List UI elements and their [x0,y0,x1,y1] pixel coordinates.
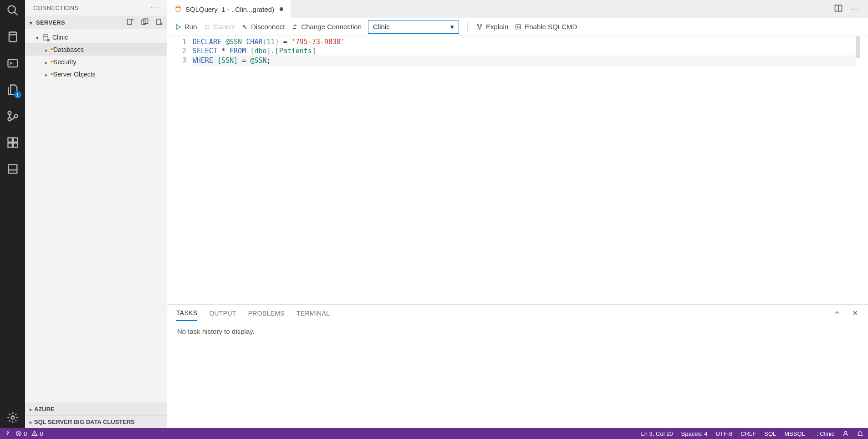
bigdata-section-header[interactable]: SQL SERVER BIG DATA CLUSTERS [25,415,167,428]
azure-section-header[interactable]: AZURE [25,403,167,415]
svg-rect-10 [8,143,12,147]
svg-point-14 [11,416,14,419]
status-cursor-position[interactable]: Ln 3, Col 20 [641,430,673,437]
minimap[interactable] [856,36,860,58]
feedback-icon[interactable] [842,430,849,437]
chevron-down-icon [36,34,39,41]
settings-gear-icon[interactable] [6,411,20,424]
change-connection-label: Change Connection [301,23,362,31]
svg-marker-25 [176,24,180,29]
disconnect-button[interactable]: Disconnect [241,23,285,31]
change-connection-button[interactable]: Change Connection [291,23,362,31]
unsaved-dot-icon [280,7,283,11]
panel-tab-output[interactable]: OUTPUT [209,306,236,321]
sql-editor[interactable]: 1 2 3 DECLARE @SSN CHAR(11) = '795-73-98… [167,36,868,304]
server-icon [41,33,50,41]
svg-rect-18 [157,19,161,25]
code-line[interactable]: WHERE [SSN] = @SSN; [193,56,856,66]
connections-panel: CONNECTIONS ··· SERVERS Clinic [25,0,167,428]
explain-button[interactable]: Explain [476,23,508,31]
svg-line-1 [14,12,17,15]
bottom-panel: TASKS OUTPUT PROBLEMS TERMINAL No task h… [167,304,868,428]
svg-point-29 [479,28,480,29]
chevron-right-icon [45,71,48,78]
svg-point-6 [8,118,11,121]
enable-sqlcmd-label: Enable SQLCMD [525,23,577,31]
panel-more-icon[interactable]: ··· [150,4,159,12]
svg-rect-8 [8,138,12,142]
run-button[interactable]: Run [174,23,197,31]
status-indentation[interactable]: Spaces: 4 [681,430,708,437]
svg-rect-11 [13,143,17,147]
status-provider[interactable]: MSSQL [784,430,805,437]
split-editor-icon[interactable] [834,4,843,15]
status-connection[interactable]: . : Clinic [813,430,834,437]
explorer-icon[interactable]: 1 [6,83,20,97]
svg-rect-15 [128,19,132,25]
extensions-icon[interactable] [6,136,20,149]
explain-icon [476,23,483,31]
panel-tab-tasks[interactable]: TASKS [176,306,197,321]
status-eol[interactable]: CRLF [740,430,756,437]
code-lines[interactable]: DECLARE @SSN CHAR(11) = '795-73-9838' SE… [193,36,856,304]
editor-more-icon[interactable]: ··· [851,5,860,13]
notebook-icon[interactable] [6,30,20,44]
chevron-right-icon [45,58,48,66]
svg-rect-26 [205,25,209,29]
tree-item-label: Databases [53,46,84,53]
svg-point-0 [8,6,15,13]
bigdata-section-title: SQL SERVER BIG DATA CLUSTERS [34,419,135,425]
new-connection-icon[interactable] [126,18,134,27]
server-label: Clinic [52,34,68,41]
panel-title: CONNECTIONS [33,5,150,11]
azure-section-title: AZURE [34,406,55,413]
panel-icon[interactable] [6,162,20,176]
notifications-icon[interactable] [857,430,863,437]
status-warnings[interactable]: 0 [31,430,43,437]
servers-section-header[interactable]: SERVERS [25,15,167,29]
explorer-badge: 1 [14,91,21,98]
disconnect-label: Disconnect [251,23,285,31]
code-line[interactable]: SELECT * FROM [dbo].[Patients] [193,46,856,56]
line-number: 2 [167,46,186,56]
editor-tab[interactable]: SQLQuery_1 - ..Clin...grated) [167,0,291,18]
chevron-right-icon [30,419,32,425]
chevron-right-icon [45,46,48,53]
status-host-icon[interactable] [5,430,11,437]
svg-point-39 [35,434,35,435]
tree-item-server-objects[interactable]: Server Objects [25,68,167,80]
new-group-icon[interactable] [141,18,149,27]
svg-point-22 [176,6,180,8]
panel-body: No task history to display. [167,322,868,341]
status-encoding[interactable]: UTF-8 [715,430,732,437]
terminal-icon[interactable] [6,56,20,70]
svg-rect-2 [9,32,16,42]
server-node-clinic[interactable]: Clinic [25,31,167,43]
connection-select-value: Clinic [373,23,390,31]
code-line[interactable]: DECLARE @SSN CHAR(11) = '795-73-9838' [193,37,856,46]
server-action-icon[interactable] [155,18,163,27]
search-icon[interactable] [6,4,20,17]
status-language[interactable]: SQL [764,430,776,437]
chevron-right-icon [30,406,32,413]
svg-rect-4 [8,60,17,67]
database-icon [174,5,182,14]
svg-point-40 [845,431,847,434]
tree-item-security[interactable]: Security [25,56,167,68]
panel-tab-terminal[interactable]: TERMINAL [296,306,330,321]
stop-icon [204,23,211,31]
source-control-icon[interactable] [6,109,20,123]
line-number: 1 [167,37,186,46]
query-toolbar: Run Cancel Disconnect Change Connection … [167,18,868,36]
servers-tree: Clinic Databases Security Server Objects [25,29,167,80]
panel-maximize-icon[interactable] [833,309,841,318]
cancel-button: Cancel [204,23,235,31]
tree-item-databases[interactable]: Databases [25,43,167,56]
cancel-label: Cancel [214,23,235,31]
svg-point-19 [160,23,163,25]
enable-sqlcmd-button[interactable]: Enable SQLCMD [515,23,577,31]
panel-close-icon[interactable] [852,309,859,318]
panel-tab-problems[interactable]: PROBLEMS [248,306,285,321]
connection-select[interactable]: Clinic ▾ [368,20,459,34]
status-errors[interactable]: 0 [15,430,27,437]
